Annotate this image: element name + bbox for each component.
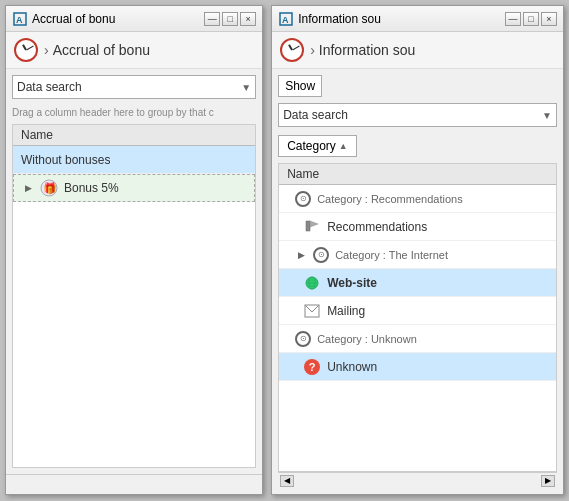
app-icon-left: A: [12, 11, 28, 27]
category-icon-recommendations: ⊙: [295, 191, 311, 207]
show-button[interactable]: Show: [278, 75, 322, 97]
search-text-right: Data search: [283, 108, 542, 122]
row-text-without-bonuses: Without bonuses: [21, 153, 110, 167]
accrual-bonuses-window: A Accrual of bonu — □ × › Accrual of bon…: [5, 5, 263, 495]
grid-right: Name ⊙ Category : Recommendations Recomm…: [278, 163, 557, 472]
row-text-bonus5: Bonus 5%: [64, 181, 119, 195]
svg-marker-7: [310, 221, 318, 227]
breadcrumb-arrow-right: ›: [310, 42, 315, 58]
table-row[interactable]: Recommendations: [279, 213, 556, 241]
table-row[interactable]: Without bonuses: [13, 146, 255, 174]
title-buttons-right: — □ ×: [505, 12, 557, 26]
bottom-area-left: [6, 474, 262, 494]
globe-icon: [303, 274, 321, 292]
table-row[interactable]: ▶ 🎁 Bonus 5%: [13, 174, 255, 202]
title-buttons-left: — □ ×: [204, 12, 256, 26]
svg-text:A: A: [282, 15, 289, 25]
category-label-unknown: Category : Unknown: [317, 333, 417, 345]
window-title-left: Accrual of bonu: [32, 12, 200, 26]
mail-icon: [303, 302, 321, 320]
row-text-unknown: Unknown: [327, 360, 377, 374]
row-text-mailing: Mailing: [327, 304, 365, 318]
clock-icon-right: [278, 36, 306, 64]
toolbar-title-left: Accrual of bonu: [53, 42, 150, 58]
close-btn-right[interactable]: ×: [541, 12, 557, 26]
category-icon-internet: ⊙: [313, 247, 329, 263]
svg-rect-6: [306, 221, 310, 231]
search-dropdown-left[interactable]: Data search ▼: [12, 75, 256, 99]
table-row[interactable]: Mailing: [279, 297, 556, 325]
category-row-recommendations: ⊙ Category : Recommendations: [279, 185, 556, 213]
category-label-recommendations: Category : Recommendations: [317, 193, 463, 205]
minimize-btn-left[interactable]: —: [204, 12, 220, 26]
content-right: Show Data search ▼ Category ▲ Name ⊙ Cat…: [272, 69, 563, 494]
title-bar-right: A Information sou — □ ×: [272, 6, 563, 32]
search-dropdown-right[interactable]: Data search ▼: [278, 103, 557, 127]
row-text-website: Web-site: [327, 276, 377, 290]
maximize-btn-right[interactable]: □: [523, 12, 539, 26]
window-title-right: Information sou: [298, 12, 501, 26]
filter-bar: Category ▲: [278, 135, 557, 157]
flag-icon: [303, 218, 321, 236]
category-filter-btn[interactable]: Category ▲: [278, 135, 357, 157]
minimize-btn-right[interactable]: —: [505, 12, 521, 26]
expander-internet[interactable]: ▶: [295, 249, 307, 261]
category-row-unknown: ⊙ Category : Unknown: [279, 325, 556, 353]
horizontal-scrollbar-right[interactable]: ◀ ▶: [278, 472, 557, 488]
clock-icon-left: [12, 36, 40, 64]
grid-left: Name Without bonuses ▶ 🎁 Bonus 5%: [12, 124, 256, 468]
content-left: Data search ▼ Drag a column header here …: [6, 69, 262, 474]
search-text-left: Data search: [17, 80, 241, 94]
grid-header-left: Name: [13, 125, 255, 146]
toolbar-left: › Accrual of bonu: [6, 32, 262, 69]
svg-text:A: A: [16, 15, 23, 25]
grid-header-right: Name: [279, 164, 556, 185]
scroll-left-btn[interactable]: ◀: [280, 475, 294, 487]
category-label-internet: Category : The Internet: [335, 249, 448, 261]
close-btn-left[interactable]: ×: [240, 12, 256, 26]
bonus-icon: 🎁: [40, 179, 58, 197]
breadcrumb-arrow-left: ›: [44, 42, 49, 58]
title-bar-left: A Accrual of bonu — □ ×: [6, 6, 262, 32]
dropdown-arrow-right: ▼: [542, 110, 552, 121]
drag-hint-left: Drag a column header here to group by th…: [12, 107, 256, 118]
table-row[interactable]: ? Unknown: [279, 353, 556, 381]
maximize-btn-left[interactable]: □: [222, 12, 238, 26]
row-text-recommendations: Recommendations: [327, 220, 427, 234]
dropdown-arrow-left: ▼: [241, 82, 251, 93]
row-expander-bonus[interactable]: ▶: [22, 182, 34, 194]
table-row[interactable]: Web-site: [279, 269, 556, 297]
category-icon-unknown: ⊙: [295, 331, 311, 347]
scroll-right-btn[interactable]: ▶: [541, 475, 555, 487]
information-sources-window: A Information sou — □ × › Information so…: [271, 5, 564, 495]
question-icon: ?: [303, 358, 321, 376]
app-icon-right: A: [278, 11, 294, 27]
category-row-internet: ▶ ⊙ Category : The Internet: [279, 241, 556, 269]
filter-label: Category: [287, 139, 336, 153]
svg-text:🎁: 🎁: [43, 181, 57, 195]
toolbar-title-right: Information sou: [319, 42, 416, 58]
filter-arrow-icon: ▲: [339, 141, 348, 151]
toolbar-right: › Information sou: [272, 32, 563, 69]
